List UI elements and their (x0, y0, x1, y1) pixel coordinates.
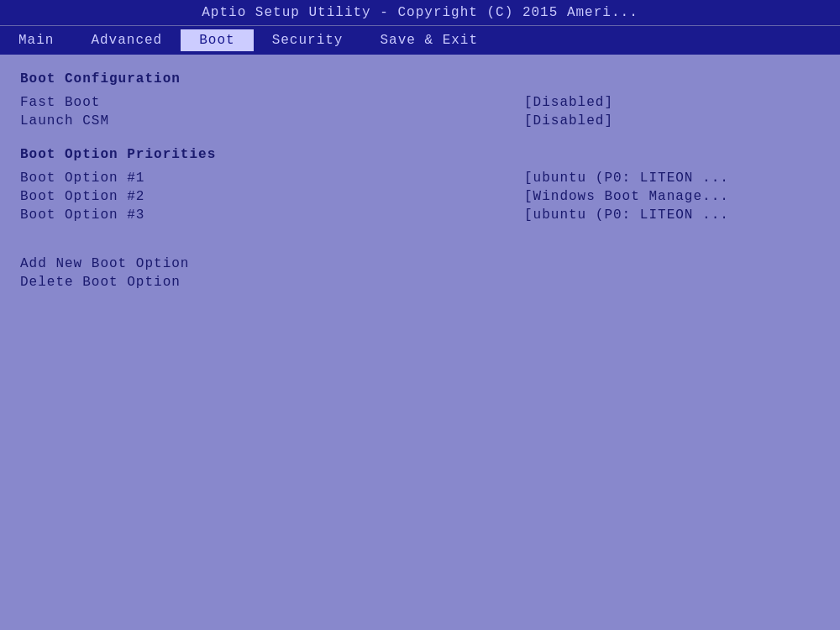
boot-option-3-row: Boot Option #3 [ubuntu (P0: LITEON ... (20, 207, 820, 223)
launch-csm-value[interactable]: [Disabled] (524, 113, 613, 129)
menu-item-main[interactable]: Main (0, 29, 72, 51)
add-new-boot-option[interactable]: Add New Boot Option (20, 256, 820, 271)
menu-item-advanced[interactable]: Advanced (72, 29, 181, 51)
boot-priorities-title: Boot Option Priorities (20, 147, 820, 162)
boot-option-2-label: Boot Option #2 (20, 189, 524, 204)
menu-bar: Main Advanced Boot Security Save & Exit (0, 25, 840, 55)
bios-screen: Aptio Setup Utility - Copyright (C) 2015… (0, 0, 840, 630)
menu-item-boot[interactable]: Boot (181, 29, 253, 51)
boot-option-2-row: Boot Option #2 [Windows Boot Manage... (20, 189, 820, 204)
fast-boot-row: Fast Boot [Disabled] (20, 95, 820, 110)
boot-option-1-label: Boot Option #1 (20, 171, 524, 186)
fast-boot-value[interactable]: [Disabled] (524, 95, 613, 110)
boot-option-1-value[interactable]: [ubuntu (P0: LITEON ... (524, 171, 729, 186)
title-bar: Aptio Setup Utility - Copyright (C) 2015… (0, 0, 840, 25)
title-text: Aptio Setup Utility - Copyright (C) 2015… (202, 5, 638, 20)
menu-item-security[interactable]: Security (254, 29, 362, 51)
boot-option-3-label: Boot Option #3 (20, 207, 524, 223)
boot-option-2-value[interactable]: [Windows Boot Manage... (524, 189, 729, 204)
launch-csm-label: Launch CSM (20, 113, 524, 129)
boot-option-3-value[interactable]: [ubuntu (P0: LITEON ... (524, 207, 729, 223)
delete-boot-option[interactable]: Delete Boot Option (20, 275, 820, 290)
content-area: Boot Configuration Fast Boot [Disabled] … (0, 55, 840, 630)
launch-csm-row: Launch CSM [Disabled] (20, 113, 820, 129)
menu-item-save-exit[interactable]: Save & Exit (361, 29, 496, 51)
boot-option-1-row: Boot Option #1 [ubuntu (P0: LITEON ... (20, 171, 820, 186)
fast-boot-label: Fast Boot (20, 95, 524, 110)
boot-config-title: Boot Configuration (20, 71, 820, 87)
